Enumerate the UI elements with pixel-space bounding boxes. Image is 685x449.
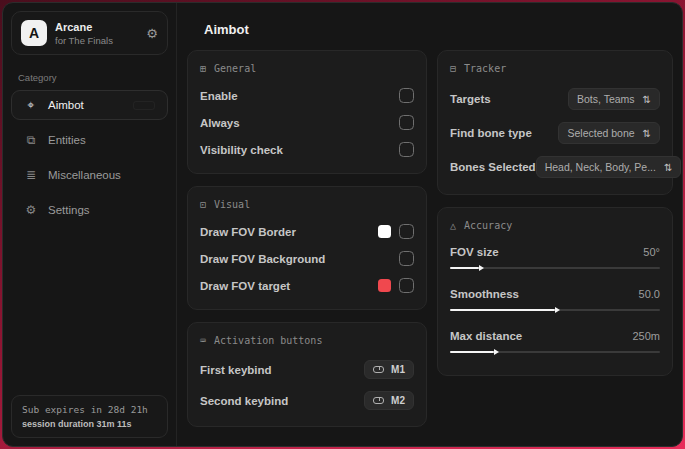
accuracy-card-title: △ Accuracy: [450, 220, 660, 231]
smoothness-slider[interactable]: [450, 309, 660, 311]
app-window: A Arcane for The Finals ⚙ Category ⌖ Aim…: [2, 2, 683, 447]
tracker-card: ⊟ Tracker Targets Bots, Teams ⇅ Find bon…: [437, 50, 673, 195]
max-distance-slider[interactable]: [450, 351, 660, 353]
mouse-icon: [373, 397, 384, 404]
entities-icon: ⧉: [24, 133, 38, 147]
activation-buttons-card: ⌨ Activation buttons First keybind M1 Se…: [187, 322, 427, 427]
second-keybind-button[interactable]: M2: [364, 391, 414, 410]
setting-row-visibility-check: Visibility check: [200, 136, 414, 163]
setting-label: First keybind: [200, 364, 272, 376]
fov-border-checkbox[interactable]: [399, 224, 414, 239]
sidebar-item-label: Entities: [48, 134, 86, 146]
sidebar-item-label: Settings: [48, 204, 90, 216]
setting-row-first-keybind: First keybind M1: [200, 354, 414, 385]
setting-row-fov-size: FOV size 50°: [450, 239, 660, 281]
setting-row-always: Always: [200, 109, 414, 136]
fov-size-value: 50°: [643, 246, 660, 258]
fov-target-color-swatch[interactable]: [378, 279, 391, 292]
visual-card: ⊡ Visual Draw FOV Border Draw FOV Backgr…: [187, 186, 427, 310]
accuracy-card: △ Accuracy FOV size 50°: [437, 207, 673, 376]
brand-text: Arcane for The Finals: [55, 21, 113, 46]
targets-select[interactable]: Bots, Teams ⇅: [568, 88, 660, 110]
setting-label: Draw FOV Background: [200, 253, 325, 265]
setting-row-fov-target: Draw FOV target: [200, 272, 414, 299]
page-title: Aimbot: [204, 22, 668, 37]
setting-row-find-bone-type: Find bone type Selected bone ⇅: [450, 116, 660, 150]
main-panel: Aimbot ⊞ General Enable Always: [177, 3, 682, 446]
setting-label: Second keybind: [200, 395, 288, 407]
slider-fill: [450, 309, 555, 311]
setting-row-enable: Enable: [200, 82, 414, 109]
sidebar-nav: ⌖ Aimbot ⧉ Entities ≣ Miscellaneous ⚙ Se…: [3, 90, 176, 225]
setting-label: Bones Selected: [450, 161, 536, 173]
sliders-icon: ≣: [24, 168, 38, 182]
gear-icon: ⚙: [24, 203, 38, 217]
sidebar-item-settings[interactable]: ⚙ Settings: [11, 195, 168, 225]
sidebar-item-entities[interactable]: ⧉ Entities: [11, 125, 168, 155]
session-duration-text: session duration 31m 11s: [22, 419, 157, 429]
sidebar-item-aimbot[interactable]: ⌖ Aimbot: [11, 90, 168, 120]
general-card: ⊞ General Enable Always Visibility check: [187, 50, 427, 174]
sidebar: A Arcane for The Finals ⚙ Category ⌖ Aim…: [3, 3, 177, 446]
setting-label: Max distance: [450, 330, 522, 342]
right-column: ⊟ Tracker Targets Bots, Teams ⇅ Find bon…: [437, 50, 673, 388]
setting-row-targets: Targets Bots, Teams ⇅: [450, 82, 660, 116]
slider-fill: [450, 351, 494, 353]
slider-fill: [450, 267, 479, 269]
keybind-hint-badge: [133, 101, 155, 110]
mouse-icon: [373, 366, 384, 373]
fov-border-color-swatch[interactable]: [378, 225, 391, 238]
app-logo: A: [21, 20, 47, 46]
sidebar-item-label: Miscellaneous: [48, 169, 121, 181]
visibility-check-checkbox[interactable]: [399, 142, 414, 157]
sidebar-item-miscellaneous[interactable]: ≣ Miscellaneous: [11, 160, 168, 190]
always-checkbox[interactable]: [399, 115, 414, 130]
setting-label: Find bone type: [450, 127, 532, 139]
unfold-icon: ⇅: [643, 128, 651, 139]
fov-target-checkbox[interactable]: [399, 278, 414, 293]
setting-row-smoothness: Smoothness 50.0: [450, 281, 660, 323]
setting-label: Smoothness: [450, 288, 519, 300]
setting-label: Visibility check: [200, 144, 283, 156]
grid-icon: ⊞: [200, 63, 206, 74]
sidebar-item-label: Aimbot: [48, 99, 84, 111]
bones-selected-select[interactable]: Head, Neck, Body, Pe... ⇅: [536, 156, 682, 178]
setting-row-second-keybind: Second keybind M2: [200, 385, 414, 416]
subscription-info-box: Sub expires in 28d 21h session duration …: [11, 395, 168, 438]
general-card-title: ⊞ General: [200, 63, 414, 74]
setting-label: Always: [200, 117, 240, 129]
visual-card-title: ⊡ Visual: [200, 199, 414, 210]
setting-row-fov-border: Draw FOV Border: [200, 218, 414, 245]
unfold-icon: ⇅: [664, 162, 672, 173]
setting-label: Enable: [200, 90, 238, 102]
setting-label: Draw FOV target: [200, 280, 290, 292]
setting-row-bones-selected: Bones Selected Head, Neck, Body, Pe... ⇅: [450, 150, 660, 184]
left-column: ⊞ General Enable Always Visibility check: [187, 50, 427, 439]
tracker-card-title: ⊟ Tracker: [450, 63, 660, 74]
enable-checkbox[interactable]: [399, 88, 414, 103]
brand-name: Arcane: [55, 21, 113, 33]
fov-size-slider[interactable]: [450, 267, 660, 269]
keyboard-icon: ⌨: [200, 335, 206, 346]
setting-row-max-distance: Max distance 250m: [450, 323, 660, 365]
find-bone-type-select[interactable]: Selected bone ⇅: [558, 122, 660, 144]
unfold-icon: ⇅: [643, 94, 651, 105]
tracker-icon: ⊟: [450, 63, 456, 74]
smoothness-value: 50.0: [639, 288, 660, 300]
max-distance-value: 250m: [632, 330, 660, 342]
brand-box: A Arcane for The Finals ⚙: [11, 11, 168, 55]
brand-subtitle: for The Finals: [55, 35, 113, 46]
activation-card-title: ⌨ Activation buttons: [200, 335, 414, 346]
sub-expiry-text: Sub expires in 28d 21h: [22, 404, 157, 415]
setting-row-fov-background: Draw FOV Background: [200, 245, 414, 272]
setting-label: Draw FOV Border: [200, 226, 296, 238]
visual-icon: ⊡: [200, 199, 206, 210]
first-keybind-button[interactable]: M1: [364, 360, 414, 379]
gear-icon[interactable]: ⚙: [146, 27, 158, 40]
category-label: Category: [18, 72, 161, 83]
setting-label: Targets: [450, 93, 491, 105]
crosshair-icon: ⌖: [24, 98, 38, 112]
setting-label: FOV size: [450, 246, 499, 258]
triangle-icon: △: [450, 220, 456, 231]
fov-background-checkbox[interactable]: [399, 251, 414, 266]
